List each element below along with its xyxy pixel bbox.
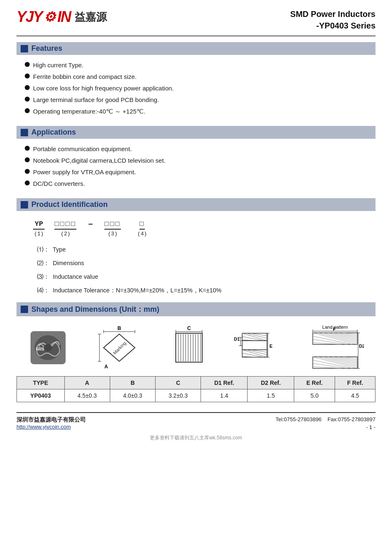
svg-point-3 xyxy=(44,344,52,351)
bullet-dot xyxy=(25,74,30,78)
bullet-dot xyxy=(25,157,30,162)
bullet-dot xyxy=(25,85,30,90)
footer-left: 深圳市益嘉源电子有限公司 http://www.yjycoin.com xyxy=(17,416,86,430)
header-title: SMD Power Inductors -YP0403 Series xyxy=(290,8,375,31)
pid-num1: (1) xyxy=(34,231,44,237)
side-view-diagram: C xyxy=(172,325,205,370)
col-e: E Ref. xyxy=(294,377,335,389)
pid-squares3: □□□ xyxy=(104,220,121,230)
features-title: Features xyxy=(31,44,62,53)
shapes-title: Shapes and Dimensions (Unit：mm) xyxy=(31,304,159,314)
col-d2: D2 Ref. xyxy=(248,377,294,389)
table-row: YP0403 4.5±0.3 4.0±0.3 3.2±0.3 1.4 1.5 5… xyxy=(17,389,375,402)
pid-num2: (2) xyxy=(61,231,70,237)
arrow-svg: B Marking A xyxy=(95,325,145,370)
list-item: Low core loss for high frequency power a… xyxy=(25,84,375,92)
bullet-dot xyxy=(25,97,30,102)
footer-right: Tel:0755-27803896 Fax:0755-27803897 - 1 … xyxy=(276,416,375,430)
pid-yp-label: YP xyxy=(33,220,45,230)
bullet-dot xyxy=(25,62,30,67)
cell-d1: 1.4 xyxy=(201,389,248,402)
product-id-section-header: Product Identification xyxy=(17,198,375,211)
svg-text:Marking: Marking xyxy=(112,340,127,355)
page-header: YJY⚙IN 益嘉源 SMD Power Inductors -YP0403 S… xyxy=(17,8,375,36)
col-type: TYPE xyxy=(17,377,65,389)
cell-c: 3.2±0.3 xyxy=(156,389,201,402)
pid-num4: (4) xyxy=(137,231,147,237)
dimensions-table: TYPE A B C D1 Ref. D2 Ref. E Ref. F Ref.… xyxy=(17,376,375,402)
pid-part1: YP (1) xyxy=(33,220,45,237)
list-item: Ferrite bobbin core and compact size. xyxy=(25,72,375,81)
shapes-section-header: Shapes and Dimensions (Unit：mm) xyxy=(17,302,375,316)
col-a: A xyxy=(64,377,110,389)
svg-text:D1: D1 xyxy=(234,337,240,342)
cell-f: 4.5 xyxy=(335,389,375,402)
pid-desc-2: ⑵： Dimensions xyxy=(37,257,375,269)
page-footer: 深圳市益嘉源电子有限公司 http://www.yjycoin.com Tel:… xyxy=(17,412,375,430)
svg-rect-40 xyxy=(242,341,267,350)
list-item: Notebook PC,digital carmera,LCD televisi… xyxy=(25,156,375,165)
pid-num3: (3) xyxy=(108,231,117,237)
applications-title: Applications xyxy=(31,128,76,137)
page-number: - 1 - xyxy=(276,424,375,430)
product-id-title: Product Identification xyxy=(31,200,108,209)
pid-part2: □□□□ (2) xyxy=(54,220,76,237)
bullet-dot xyxy=(25,146,30,151)
bullet-dot xyxy=(25,169,30,174)
svg-text:C: C xyxy=(187,325,191,331)
profile-diagram: D1 xyxy=(233,325,279,370)
svg-text:F: F xyxy=(333,327,335,332)
pid-part4: □ (4) xyxy=(137,220,147,237)
pid-part3: □□□ (3) xyxy=(104,220,121,237)
profile-svg: D1 xyxy=(233,325,279,370)
land-pattern-diagram: Land pattern F xyxy=(306,324,364,371)
coil-photo-diagram: 6R8 xyxy=(28,329,68,366)
list-item: Operating temperature:-40℃ ～ +125℃. xyxy=(25,107,375,116)
list-item: DC/DC converters. xyxy=(25,179,375,188)
svg-text:E: E xyxy=(269,344,272,349)
applications-list: Portable communication equipment. Notebo… xyxy=(17,143,375,192)
cell-d2: 1.5 xyxy=(248,389,294,402)
company-website[interactable]: http://www.yjycoin.com xyxy=(17,424,86,430)
col-d1: D1 Ref. xyxy=(201,377,248,389)
features-section-header: Features xyxy=(17,42,375,55)
svg-line-44 xyxy=(250,350,267,352)
shapes-icon xyxy=(21,306,28,313)
cell-b: 4.0±0.3 xyxy=(110,389,155,402)
svg-text:A: A xyxy=(104,364,108,370)
cell-a: 4.5±0.3 xyxy=(64,389,110,402)
bullet-dot xyxy=(25,108,30,113)
footer-tel: Tel:0755-27803896 xyxy=(276,416,321,422)
watermark: 更多资料下载请到五八文库wk.58sms.com xyxy=(17,434,375,441)
bullet-dot xyxy=(25,180,30,185)
coil-svg: 6R8 xyxy=(28,329,68,366)
page: YJY⚙IN 益嘉源 SMD Power Inductors -YP0403 S… xyxy=(0,0,392,555)
svg-line-34 xyxy=(242,333,267,341)
features-icon xyxy=(21,45,28,52)
list-item: Large terminal surface for good PCB bond… xyxy=(25,95,375,104)
pid-separator: － xyxy=(86,218,94,237)
svg-text:D2: D2 xyxy=(359,344,364,349)
product-id-icon xyxy=(21,201,28,209)
pid-desc-3: ⑶： Inductance value xyxy=(37,271,375,283)
diagrams-row: 6R8 B Marking A xyxy=(17,324,375,371)
side-svg: C xyxy=(172,325,205,370)
list-item: Portable communication equipment. xyxy=(25,145,375,153)
applications-section-header: Applications xyxy=(17,126,375,139)
arrow-diagram: B Marking A xyxy=(95,325,145,370)
svg-line-42 xyxy=(242,350,267,357)
col-f: F Ref. xyxy=(335,377,375,389)
pid-desc-1: ⑴： Type xyxy=(37,244,375,256)
pid-squares2: □□□□ xyxy=(54,220,76,230)
features-list: High current Type. Ferrite bobbin core a… xyxy=(17,59,375,120)
cell-e: 5.0 xyxy=(294,389,335,402)
pid-squares4: □ xyxy=(139,220,145,230)
col-b: B xyxy=(110,377,155,389)
svg-line-36 xyxy=(250,333,267,336)
footer-fax: Fax:0755-27803897 xyxy=(328,416,375,422)
list-item: High current Type. xyxy=(25,61,375,69)
col-c: C xyxy=(156,377,201,389)
product-id-diagram: YP (1) □□□□ (2) － □□□ (3) □ (4) xyxy=(33,218,375,237)
logo-area: YJY⚙IN 益嘉源 xyxy=(17,8,107,26)
pid-desc-4: ⑷： Inductance Tolerance：N=±30%,M=±20%，L=… xyxy=(37,285,375,296)
